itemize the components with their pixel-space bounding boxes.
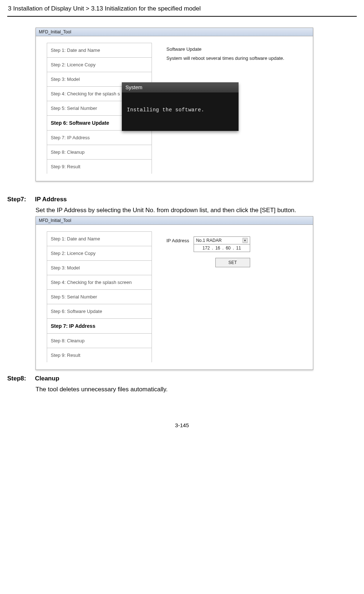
ip-octet-2: 16 bbox=[213, 246, 222, 251]
system-dialog: System Installing the software. bbox=[122, 82, 239, 131]
ip-octet-4: 11 bbox=[234, 246, 243, 251]
step-nav-item[interactable]: Step 8: Cleanup bbox=[47, 145, 152, 159]
window-title: MFD_Initial_Tool bbox=[36, 28, 313, 36]
step-nav-item[interactable]: Step 3: Model bbox=[47, 260, 152, 275]
chevron-down-icon: ▼ bbox=[243, 238, 248, 243]
step7-title: IP Address bbox=[35, 196, 67, 203]
main-heading: Software Update bbox=[166, 46, 303, 52]
main-message: System will reboot several times during … bbox=[166, 55, 303, 61]
ip-octet-3: 60 bbox=[224, 246, 233, 251]
step-nav: Step 1: Date and Name Step 2: Licence Co… bbox=[47, 231, 152, 362]
step-nav-item[interactable]: Step 8: Cleanup bbox=[47, 333, 152, 348]
dialog-body: Installing the software. bbox=[122, 92, 239, 131]
set-button[interactable]: SET bbox=[215, 258, 250, 267]
step-nav-item[interactable]: Step 5: Serial Number bbox=[47, 289, 152, 304]
step7-description: Set the IP Address by selecting the Unit… bbox=[36, 207, 357, 214]
mfd-window-1: MFD_Initial_Tool Step 1: Date and Name S… bbox=[36, 28, 313, 181]
unit-no-dropdown[interactable]: No.1 RADAR ▼ bbox=[194, 236, 250, 244]
step8-label: Step8: bbox=[7, 375, 33, 382]
step-nav-item[interactable]: Step 6: Software Update bbox=[47, 304, 152, 318]
step7-label: Step7: bbox=[7, 196, 33, 203]
step-nav-item[interactable]: Step 2: Licence Copy bbox=[47, 246, 152, 260]
window-title: MFD_Initial_Tool bbox=[36, 216, 313, 225]
ip-address-label: IP Address bbox=[166, 236, 189, 243]
step-nav-item-active[interactable]: Step 7: IP Address bbox=[47, 318, 152, 333]
step8-title: Cleanup bbox=[35, 375, 59, 382]
ip-address-input[interactable]: 172. 16. 60. 11 bbox=[194, 244, 250, 252]
dropdown-value: No.1 RADAR bbox=[196, 238, 222, 243]
step-nav-item[interactable]: Step 7: IP Address bbox=[47, 130, 152, 145]
step8-description: The tool deletes unnecessary files autom… bbox=[36, 386, 357, 393]
step-nav-item[interactable]: Step 2: Licence Copy bbox=[47, 57, 152, 72]
step-nav-item[interactable]: Step 1: Date and Name bbox=[47, 43, 152, 57]
mfd-window-2: MFD_Initial_Tool Step 1: Date and Name S… bbox=[36, 216, 313, 370]
step-nav-item[interactable]: Step 9: Result bbox=[47, 348, 152, 362]
page-number: 3-145 bbox=[7, 422, 357, 428]
header-rule bbox=[7, 16, 357, 17]
step-nav-item[interactable]: Step 9: Result bbox=[47, 159, 152, 174]
dialog-title: System bbox=[122, 82, 239, 92]
step-nav-item[interactable]: Step 4: Checking for the splash screen bbox=[47, 275, 152, 289]
step-nav-item[interactable]: Step 1: Date and Name bbox=[47, 231, 152, 246]
page-header: 3 Installation of Display Unit > 3.13 In… bbox=[7, 4, 357, 15]
ip-octet-1: 172 bbox=[200, 246, 212, 251]
main-panel: IP Address No.1 RADAR ▼ 172. 16. 60. 11 bbox=[152, 231, 306, 362]
